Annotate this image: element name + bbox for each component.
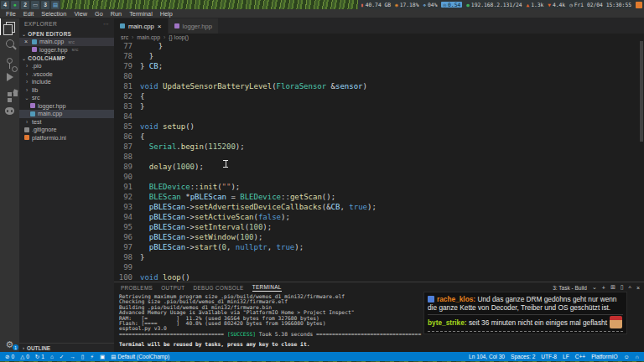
statusbar-lf[interactable]: LF: [563, 354, 569, 359]
explorer-sidebar: EXPLORER ⋯ ⌄ OPEN EDITORS ×main.cppsrclo…: [19, 18, 114, 352]
workspace-header[interactable]: ⌄ COOLCHAMP: [19, 54, 114, 62]
extensions-icon[interactable]: [0, 85, 19, 102]
statusbar-trash[interactable]: ▯: [81, 354, 85, 360]
breadcrumb-item[interactable]: main.cpp: [137, 34, 160, 40]
tab-logger-hpp[interactable]: logger.hpp: [169, 18, 219, 34]
taskbar-launcher-5[interactable]: 3: [41, 1, 49, 9]
manage-button[interactable]: ⚙ 1: [0, 340, 19, 349]
split-terminal-icon[interactable]: ⊞: [610, 284, 615, 291]
panel-tab-terminal[interactable]: TERMINAL: [252, 284, 282, 292]
plug-icon: ⚡: [90, 354, 94, 360]
chat-emote-icon: [610, 316, 622, 328]
explorer-icon[interactable]: [0, 18, 19, 35]
breadcrumb-item[interactable]: {} loop(): [169, 34, 189, 40]
desktop-wallpaper: [60, 0, 358, 9]
tree-item[interactable]: ›.pio: [19, 62, 114, 70]
menu-file[interactable]: File: [6, 10, 16, 18]
tree-item[interactable]: platformio.ini: [19, 134, 114, 142]
run-debug-icon[interactable]: [0, 69, 19, 85]
menu-view[interactable]: View: [74, 10, 87, 18]
stat-cpu: ◉17.18%: [395, 2, 418, 8]
tree-item[interactable]: ⌄src: [19, 94, 114, 102]
kill-terminal-icon[interactable]: ▯: [621, 284, 624, 291]
panel-tab-debug-console[interactable]: DEBUG CONSOLE: [194, 285, 244, 291]
code-line: 85void setup(): [114, 122, 644, 132]
tray-icon[interactable]: [636, 2, 642, 8]
chevron-down-icon[interactable]: ⌄: [592, 284, 597, 291]
success-badge: [SUCCESS]: [227, 331, 256, 337]
line-text: [132, 71, 140, 81]
statusbar-feedback[interactable]: ☺: [624, 354, 630, 359]
tab-main-cpp[interactable]: main.cpp×: [114, 18, 169, 34]
code-editor[interactable]: 77 }78 }79} CB;8081void UpdateSensorBatt…: [114, 41, 644, 282]
line-text: } CB;: [132, 61, 163, 71]
chat-username: byte_strike:: [428, 318, 469, 327]
panel-tab-problems[interactable]: PROBLEMS: [121, 285, 153, 291]
tree-item[interactable]: ›.vscode: [19, 70, 114, 79]
tree-item[interactable]: ›lib: [19, 86, 114, 95]
menu-go[interactable]: Go: [95, 10, 103, 18]
statusbar-error[interactable]: ⊘0: [5, 354, 14, 360]
open-editors-list: ×main.cppsrclogger.hppsrc: [19, 38, 114, 54]
statusbar-utf-8[interactable]: UTF-8: [541, 354, 557, 359]
statusbar-arrow-right[interactable]: →: [70, 354, 75, 359]
menu-help[interactable]: Help: [160, 10, 173, 18]
search-icon[interactable]: [0, 35, 19, 52]
tree-item[interactable]: main.cpp: [19, 110, 114, 118]
line-text: }: [132, 41, 163, 51]
outline-header[interactable]: › OUTLINE: [19, 343, 114, 352]
statusbar-ln-104-col-30[interactable]: Ln 104, Col 30: [469, 354, 505, 359]
menu-edit[interactable]: Edit: [23, 10, 34, 18]
line-text: pBLEScan->setAdvertisedDeviceCallbacks(&…: [132, 202, 377, 212]
statusbar-spaces-2[interactable]: Spaces: 2: [511, 354, 535, 359]
platformio-icon[interactable]: [0, 102, 19, 119]
menu-run[interactable]: Run: [111, 10, 122, 18]
chevron-right-icon: ›: [24, 63, 29, 69]
breadcrumb-item[interactable]: src: [121, 34, 128, 40]
open-editors-header[interactable]: ⌄ OPEN EDITORS: [19, 29, 114, 38]
statusbar-c-[interactable]: C++: [575, 354, 585, 359]
open-editor-item[interactable]: logger.hppsrc: [19, 46, 114, 54]
statusbar-sync[interactable]: ↻1: [35, 354, 44, 360]
statusbar-bell[interactable]: ∩: [635, 354, 639, 359]
statusbar-label: UTF-8: [541, 354, 557, 359]
menu-selection[interactable]: Selection: [41, 10, 66, 18]
statusbar-terminal[interactable]: ▣: [100, 354, 105, 360]
open-editor-item[interactable]: ×main.cppsrc: [19, 38, 114, 46]
chevron-right-icon: ›: [24, 71, 29, 77]
statusbar-home[interactable]: ⌂: [50, 354, 54, 359]
editor-scrollbar[interactable]: [640, 41, 643, 142]
line-number: 80: [114, 71, 132, 81]
code-line: 88: [114, 152, 644, 162]
taskbar-launcher-3[interactable]: 2: [21, 1, 29, 9]
close-panel-icon[interactable]: ×: [636, 285, 640, 291]
statusbar-check[interactable]: ✓: [60, 354, 64, 360]
source-control-icon[interactable]: [0, 52, 19, 69]
terminal-selector[interactable]: 3: Task - Build: [553, 285, 587, 291]
tab-label: main.cpp: [128, 23, 154, 30]
tree-item[interactable]: ›test: [19, 118, 114, 127]
cpp-file-icon: [30, 111, 35, 116]
statusbar-warning[interactable]: △0: [20, 354, 29, 360]
more-actions-icon[interactable]: ⋯: [103, 21, 109, 28]
taskbar-launcher-4[interactable]: ▭: [31, 1, 39, 9]
new-terminal-icon[interactable]: +: [602, 285, 605, 291]
menu-terminal[interactable]: Terminal: [129, 10, 153, 18]
line-text: pBLEScan->setWindow(100);: [132, 232, 262, 242]
taskbar-launcher-6[interactable]: ▤: [51, 1, 60, 9]
tree-item[interactable]: .gitignore: [19, 126, 114, 134]
panel-tab-output[interactable]: OUTPUT: [161, 285, 184, 291]
close-icon[interactable]: ×: [24, 39, 29, 44]
breadcrumb[interactable]: src›main.cpp›{} loop(): [114, 34, 644, 41]
mem-icon: ▮: [361, 2, 364, 8]
statusbar-env[interactable]: ▤Default (CoolChamp): [111, 354, 169, 360]
statusbar-plug[interactable]: ⚡: [90, 354, 94, 360]
bell-icon: ∩: [635, 354, 639, 359]
tree-item[interactable]: logger.hpp: [19, 102, 114, 111]
maximize-panel-icon[interactable]: ^: [629, 285, 631, 291]
statusbar-platformio[interactable]: PlatformIO: [591, 354, 618, 359]
taskbar-launcher-1[interactable]: 4: [1, 1, 9, 9]
tree-item[interactable]: ›include: [19, 78, 114, 86]
close-icon[interactable]: ×: [158, 23, 162, 30]
taskbar-launcher-2[interactable]: ●: [11, 1, 19, 9]
